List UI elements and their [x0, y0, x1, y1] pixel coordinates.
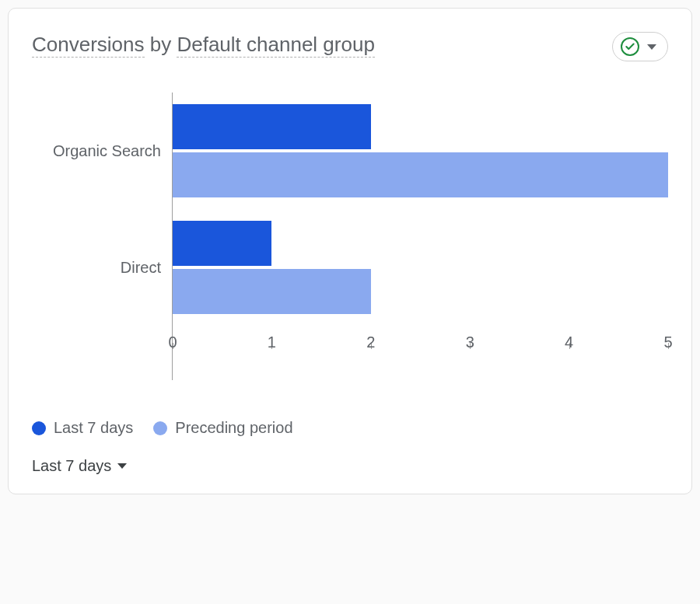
bar-series-b[interactable] [173, 269, 371, 314]
x-tick-label: 5 [663, 333, 672, 351]
x-tick-label: 4 [565, 333, 573, 351]
legend-item-preceding[interactable]: Preceding period [153, 419, 292, 437]
date-range-selector[interactable]: Last 7 days [32, 457, 127, 475]
card-header: Conversions by Default channel group [32, 32, 668, 61]
plot-area: 012345 [172, 93, 668, 380]
date-range-label: Last 7 days [32, 457, 111, 475]
category-label: Direct [32, 209, 172, 326]
bar-group [173, 209, 668, 326]
bar-series-a[interactable] [173, 104, 371, 149]
title-by: by [150, 33, 171, 56]
analytics-card: Conversions by Default channel group Org… [8, 8, 692, 494]
chevron-down-icon [647, 44, 656, 50]
legend-swatch-icon [153, 421, 167, 435]
x-tick-label: 3 [466, 333, 474, 351]
y-axis-labels: Organic Search Direct [32, 93, 172, 380]
card-title: Conversions by Default channel group [32, 32, 375, 58]
x-tick-label: 0 [168, 333, 177, 351]
x-tick-label: 2 [366, 333, 375, 351]
legend-swatch-icon [32, 421, 46, 435]
bar-series-b[interactable] [173, 152, 668, 197]
bar-series-a[interactable] [173, 221, 271, 266]
title-metric[interactable]: Conversions [32, 33, 145, 58]
legend: Last 7 days Preceding period [32, 419, 668, 437]
legend-label: Last 7 days [54, 419, 133, 437]
legend-item-current[interactable]: Last 7 days [32, 419, 133, 437]
chevron-down-icon [117, 463, 127, 469]
check-circle-icon [621, 37, 639, 56]
status-filter-dropdown[interactable] [612, 32, 668, 61]
chart: Organic Search Direct 012345 [32, 93, 668, 380]
legend-label: Preceding period [175, 419, 292, 437]
bars-area [173, 93, 668, 333]
x-tick-label: 1 [268, 333, 276, 351]
bar-group [173, 93, 668, 209]
category-label: Organic Search [32, 93, 172, 209]
title-dimension[interactable]: Default channel group [177, 33, 374, 58]
